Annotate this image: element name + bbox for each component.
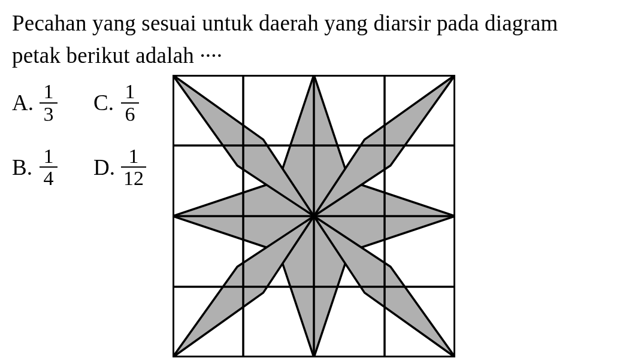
- fraction-numerator: 1: [126, 145, 141, 167]
- options-left-col: A. 1 3 B. 1 4: [12, 81, 58, 357]
- fraction: 1 4: [40, 145, 58, 189]
- fraction: 1 3: [40, 81, 58, 125]
- content-row: A. 1 3 B. 1 4 C. 1: [12, 77, 611, 357]
- option-letter: D.: [93, 151, 115, 184]
- option-letter: C.: [93, 87, 115, 119]
- fraction-denominator: 6: [123, 104, 138, 125]
- option-letter: A.: [12, 87, 34, 119]
- option-c[interactable]: C. 1 6: [93, 81, 146, 125]
- question-text: Pecahan yang sesuai untuk daerah yang di…: [12, 7, 611, 71]
- fraction: 1 6: [121, 81, 139, 125]
- fraction-numerator: 1: [41, 81, 56, 102]
- fraction-numerator: 1: [41, 145, 56, 167]
- answer-options: A. 1 3 B. 1 4 C. 1: [12, 77, 146, 357]
- options-right-col: C. 1 6 D. 1 12: [93, 81, 146, 357]
- option-d[interactable]: D. 1 12: [93, 145, 146, 189]
- option-a[interactable]: A. 1 3: [12, 81, 58, 125]
- star-grid-icon: [173, 75, 455, 357]
- option-letter: B.: [12, 151, 34, 184]
- fraction-denominator: 4: [41, 168, 56, 189]
- fraction-denominator: 3: [41, 104, 56, 125]
- fraction: 1 12: [121, 145, 146, 189]
- option-b[interactable]: B. 1 4: [12, 145, 58, 189]
- grid-diagram: [173, 75, 455, 357]
- fraction-numerator: 1: [123, 81, 138, 102]
- fraction-denominator: 12: [121, 168, 146, 189]
